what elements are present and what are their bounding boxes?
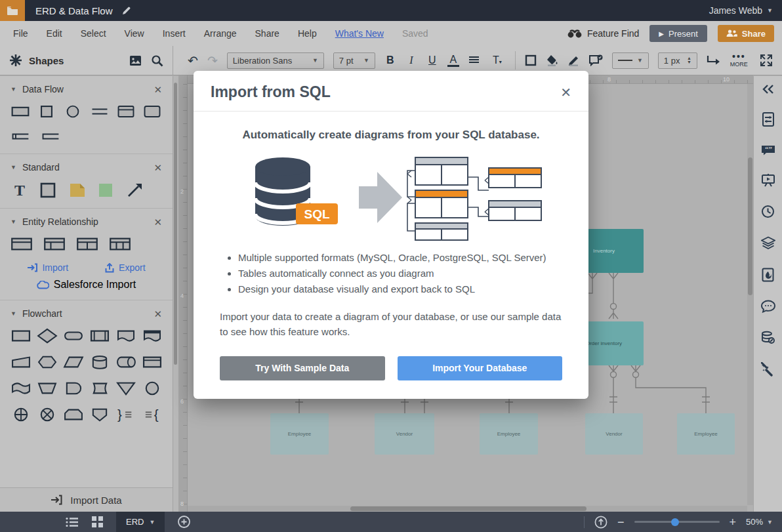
shape-style-button[interactable]: [525, 54, 537, 66]
close-section-icon[interactable]: ✕: [154, 163, 162, 173]
canvas-horizontal-scrollbar[interactable]: [188, 506, 747, 512]
shape-table-three-column[interactable]: [109, 236, 131, 252]
menu-arrange[interactable]: Arrange: [204, 28, 237, 39]
shape-terminator[interactable]: [63, 328, 84, 344]
entity-employee-1[interactable]: Employee: [270, 413, 329, 455]
try-sample-data-button[interactable]: Try With Sample Data: [220, 356, 385, 380]
undo-button[interactable]: ↶: [188, 54, 198, 67]
shape-or[interactable]: [10, 407, 31, 422]
page-list-icon[interactable]: [66, 517, 79, 527]
shape-block[interactable]: [97, 182, 115, 199]
shape-paper-tape[interactable]: [10, 380, 31, 396]
user-account-menu[interactable]: James Webb ▼: [709, 5, 773, 16]
shape-rectangle[interactable]: [39, 182, 58, 199]
shape-internal-storage[interactable]: [142, 354, 163, 370]
shape-stored-document[interactable]: [142, 328, 163, 344]
close-section-icon[interactable]: ✕: [154, 309, 162, 319]
entity-vendor-2[interactable]: Vendor: [585, 413, 643, 455]
shape-preparation[interactable]: [37, 354, 58, 370]
shape-document[interactable]: [115, 328, 136, 344]
shape-rounded-process[interactable]: [142, 104, 162, 119]
shape-connector[interactable]: [142, 380, 163, 396]
entity-employee-2[interactable]: Employee: [480, 413, 538, 455]
shape-process[interactable]: [10, 328, 31, 344]
shape-table-one-column[interactable]: [43, 236, 66, 252]
shape-brace-left[interactable]: {: [142, 407, 163, 422]
shape-loop-limit[interactable]: [63, 407, 84, 422]
zoom-slider[interactable]: [634, 521, 720, 523]
text-options-button[interactable]: T▾: [489, 54, 506, 66]
line-style-dropdown[interactable]: ▼: [612, 52, 649, 69]
close-modal-icon[interactable]: ✕: [560, 86, 571, 99]
locate-view-button[interactable]: [594, 516, 607, 529]
shape-note[interactable]: [68, 182, 87, 199]
shape-process-circle[interactable]: [63, 104, 83, 119]
font-family-dropdown[interactable]: Liberation Sans ▼: [227, 52, 324, 69]
menu-select[interactable]: Select: [81, 28, 106, 39]
slides-icon[interactable]: [761, 173, 775, 187]
shape-manual-operation[interactable]: [37, 380, 58, 396]
shape-merge[interactable]: [115, 380, 136, 396]
zoom-slider-knob[interactable]: [671, 518, 679, 526]
revision-history-icon[interactable]: [761, 205, 775, 218]
shape-display[interactable]: [89, 380, 110, 396]
collapse-caret-icon[interactable]: ▼: [10, 164, 16, 171]
vertical-scrollbar-thumb[interactable]: [748, 157, 752, 295]
collapse-caret-icon[interactable]: ▼: [10, 310, 16, 317]
notes-icon[interactable]: “”: [761, 144, 775, 155]
import-your-database-button[interactable]: Import Your Database: [398, 356, 563, 380]
menu-whats-new[interactable]: What's New: [335, 28, 384, 39]
page-tab-erd[interactable]: ERD ▼: [116, 512, 165, 532]
shapes-manager-icon[interactable]: [9, 54, 22, 67]
italic-button[interactable]: I: [405, 54, 417, 66]
shape-table-header[interactable]: [10, 236, 33, 252]
shape-data[interactable]: [63, 354, 84, 370]
connector-type-button[interactable]: [707, 54, 721, 66]
er-import-link[interactable]: Import: [27, 262, 68, 273]
horizontal-scrollbar-thumb[interactable]: [350, 506, 586, 511]
collapse-caret-icon[interactable]: ▼: [10, 86, 16, 92]
shape-text[interactable]: T: [10, 182, 29, 199]
document-settings-icon[interactable]: [762, 112, 775, 127]
zoom-level-dropdown[interactable]: 50% ▼: [746, 517, 773, 527]
fill-color-button[interactable]: [546, 54, 559, 66]
redo-button[interactable]: ↷: [207, 54, 218, 67]
feature-find-button[interactable]: Feature Find: [567, 28, 639, 39]
canvas-vertical-scrollbar[interactable]: [747, 84, 753, 505]
shape-external-entity[interactable]: [10, 104, 30, 119]
import-data-button[interactable]: Import Data: [0, 487, 173, 512]
shape-decision[interactable]: [37, 328, 58, 344]
collapse-panel-icon[interactable]: [762, 84, 775, 94]
text-align-button[interactable]: [468, 56, 480, 65]
entity-employee-3[interactable]: Employee: [677, 413, 735, 455]
zoom-in-button[interactable]: +: [730, 516, 737, 528]
shape-database[interactable]: [89, 354, 110, 370]
menu-share[interactable]: Share: [255, 28, 279, 39]
panel-scrollbar[interactable]: [173, 76, 178, 512]
close-section-icon[interactable]: ✕: [154, 85, 162, 94]
menu-edit[interactable]: Edit: [47, 28, 62, 39]
shape-direct-data[interactable]: [115, 354, 136, 370]
entity-vendor-1[interactable]: Vendor: [375, 413, 434, 455]
close-section-icon[interactable]: ✕: [154, 217, 162, 227]
search-shapes-icon[interactable]: [151, 54, 163, 67]
bold-button[interactable]: B: [384, 54, 396, 66]
menu-file[interactable]: File: [13, 28, 28, 39]
shape-process-square[interactable]: [37, 104, 56, 119]
theme-icon[interactable]: [762, 268, 774, 282]
line-color-button[interactable]: [568, 54, 580, 66]
more-tools-button[interactable]: ••• MORE: [730, 53, 748, 68]
er-export-link[interactable]: Export: [105, 262, 145, 273]
add-page-button[interactable]: [178, 516, 190, 528]
underline-button[interactable]: U: [426, 54, 438, 66]
shape-data-store-lines[interactable]: [90, 104, 110, 119]
shape-options-button[interactable]: [589, 54, 603, 66]
page-grid-icon[interactable]: [92, 516, 103, 527]
menu-view[interactable]: View: [125, 28, 144, 39]
shape-delay[interactable]: [63, 380, 84, 396]
menu-help[interactable]: Help: [298, 28, 317, 39]
panel-scrollbar-thumb[interactable]: [174, 83, 177, 365]
insert-image-icon[interactable]: [129, 55, 142, 66]
font-size-dropdown[interactable]: 7 pt ▼: [333, 52, 375, 69]
magic-wand-icon[interactable]: [761, 362, 775, 377]
